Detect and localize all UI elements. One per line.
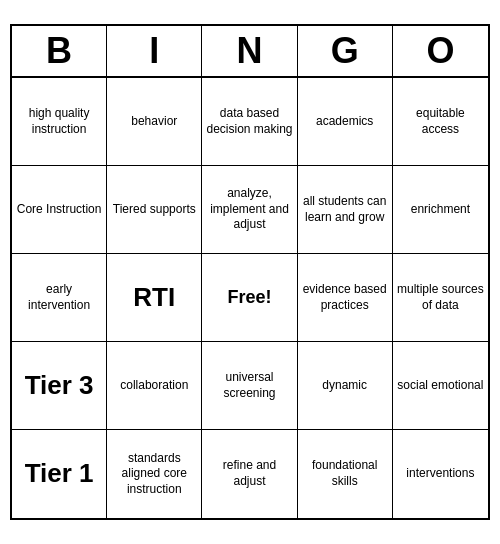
- bingo-grid: high quality instructionbehaviordata bas…: [12, 78, 488, 518]
- bingo-cell-4: equitable access: [393, 78, 488, 166]
- bingo-cell-14: multiple sources of data: [393, 254, 488, 342]
- bingo-letter-i: I: [107, 26, 202, 76]
- bingo-letter-n: N: [202, 26, 297, 76]
- bingo-card: BINGO high quality instructionbehaviorda…: [10, 24, 490, 520]
- bingo-letter-g: G: [298, 26, 393, 76]
- bingo-letter-o: O: [393, 26, 488, 76]
- bingo-cell-21: standards aligned core instruction: [107, 430, 202, 518]
- bingo-cell-12: Free!: [202, 254, 297, 342]
- bingo-cell-24: interventions: [393, 430, 488, 518]
- bingo-cell-13: evidence based practices: [298, 254, 393, 342]
- bingo-cell-9: enrichment: [393, 166, 488, 254]
- bingo-cell-23: foundational skills: [298, 430, 393, 518]
- bingo-cell-6: Tiered supports: [107, 166, 202, 254]
- bingo-cell-19: social emotional: [393, 342, 488, 430]
- bingo-cell-16: collaboration: [107, 342, 202, 430]
- bingo-header: BINGO: [12, 26, 488, 78]
- bingo-cell-5: Core Instruction: [12, 166, 107, 254]
- bingo-cell-0: high quality instruction: [12, 78, 107, 166]
- bingo-cell-20: Tier 1: [12, 430, 107, 518]
- bingo-cell-1: behavior: [107, 78, 202, 166]
- bingo-letter-b: B: [12, 26, 107, 76]
- bingo-cell-18: dynamic: [298, 342, 393, 430]
- bingo-cell-10: early intervention: [12, 254, 107, 342]
- bingo-cell-15: Tier 3: [12, 342, 107, 430]
- bingo-cell-3: academics: [298, 78, 393, 166]
- bingo-cell-22: refine and adjust: [202, 430, 297, 518]
- bingo-cell-7: analyze, implement and adjust: [202, 166, 297, 254]
- bingo-cell-2: data based decision making: [202, 78, 297, 166]
- bingo-cell-8: all students can learn and grow: [298, 166, 393, 254]
- bingo-cell-17: universal screening: [202, 342, 297, 430]
- bingo-cell-11: RTI: [107, 254, 202, 342]
